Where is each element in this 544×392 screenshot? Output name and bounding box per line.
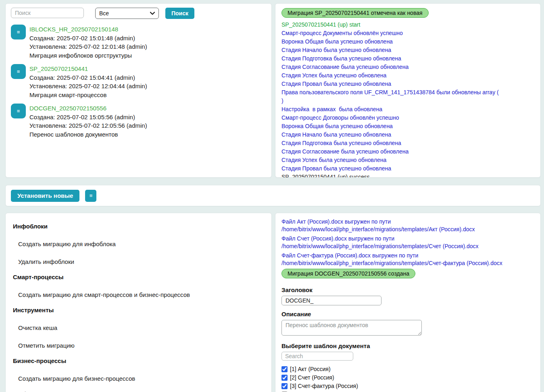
template-select-label: Выберите шаблон документа: [281, 342, 534, 349]
log-line: Права пользовательского поля UF_CRM_141_…: [281, 88, 534, 105]
log-line: Воронка Общая была успешно обновлена: [281, 37, 534, 46]
builder-form-panel: Файл Акт (Россия).docx выгружен по пути …: [275, 213, 541, 392]
menu-item[interactable]: Очистка кеша: [10, 324, 267, 331]
status-badge: Миграция SP_20250702150441 отмечена как …: [281, 8, 429, 18]
template-checkbox[interactable]: [281, 375, 288, 381]
log-line: Стадия Успех была успешно обновлена: [281, 71, 534, 80]
migration-menu-button[interactable]: ≡: [11, 25, 26, 39]
filter-select[interactable]: Все: [95, 8, 159, 19]
log-line: Стадия Согласование была успешно обновле…: [281, 63, 534, 71]
menu-section-title: Инфоблоки: [13, 223, 264, 230]
menu-item[interactable]: Удалить инфоблоки: [10, 258, 267, 265]
migration-list-item: ≡ IBLOCKS_HR_20250702150148 Создана: 202…: [11, 25, 266, 60]
migration-installed: Установлена: 2025-07-02 12:01:48 (admin): [29, 42, 147, 51]
migration-name-link[interactable]: IBLOCKS_HR_20250702150148: [29, 25, 118, 34]
migration-list: ≡ IBLOCKS_HR_20250702150148 Создана: 202…: [11, 25, 266, 139]
migration-list-panel: Все Поиск ≡ IBLOCKS_HR_20250702150148 Со…: [5, 3, 272, 178]
filter-select-wrap: Все: [95, 8, 159, 19]
migration-created: Создана: 2025-07-02 15:04:41 (admin): [29, 73, 147, 82]
log-list: SP_20250702150441 (up) start Смарт-проце…: [281, 21, 534, 178]
log-line: Стадия Успех была успешно обновлена: [281, 156, 534, 164]
template-row[interactable]: [3] Счет-фактура (Россия): [281, 383, 534, 389]
log-line: Стадия Согласование была успешно обновле…: [281, 147, 534, 156]
template-checkbox[interactable]: [281, 383, 288, 389]
log-line: Стадия Начало была успешно обновлена: [281, 131, 534, 139]
menu-section-title: Шаблоны документов: [13, 390, 264, 392]
description-label: Описание: [281, 311, 534, 317]
log-line: Смарт-процесс Документы обновлён успешно: [281, 29, 534, 37]
migration-description: Миграция смарт-процессов: [29, 91, 147, 100]
search-input[interactable]: [11, 8, 84, 18]
description-textarea[interactable]: Перенос шаблонов документов: [281, 320, 422, 336]
migration-info: SP_20250702150441 Создана: 2025-07-02 15…: [29, 64, 147, 99]
migration-created: Создана: 2025-07-02 15:01:48 (admin): [29, 34, 147, 43]
actions-toolbar: Установить новые ≡: [5, 185, 541, 206]
template-label: [2] Счет (Россия): [290, 374, 334, 381]
file-log: Файл Акт (Россия).docx выгружен по пути …: [281, 218, 534, 267]
file-log-line: Файл Счет-фактура (Россия).docx выгружен…: [281, 252, 534, 267]
log-line: Стадия Начало была успешно обновлена: [281, 46, 534, 54]
menu-icon: ≡: [17, 68, 20, 75]
menu-icon: ≡: [17, 29, 20, 35]
template-search-input[interactable]: [281, 352, 353, 361]
migration-info: IBLOCKS_HR_20250702150148 Создана: 2025-…: [29, 25, 147, 60]
log-line: Стадия Подготовка была успешно обновлена: [281, 139, 534, 147]
file-log-line: Файл Акт (Россия).docx выгружен по пути …: [281, 218, 534, 233]
template-row[interactable]: [2] Счет (Россия): [281, 374, 534, 381]
migration-search-toolbar: Все Поиск: [11, 8, 266, 19]
migration-description: Миграция инфоблоков оргструктуры: [29, 51, 147, 60]
migration-installed: Установлена: 2025-07-02 12:05:56 (admin): [29, 121, 147, 130]
menu-item[interactable]: Создать миграцию для инфоблока: [10, 241, 267, 247]
migration-list-item: ≡ SP_20250702150441 Создана: 2025-07-02 …: [11, 64, 266, 99]
log-line: Воронка Общая была успешно обновлена: [281, 122, 534, 131]
log-line: SP_20250702150441 (up) success: [281, 173, 534, 178]
migration-log-panel: Миграция SP_20250702150441 отмечена как …: [275, 3, 541, 178]
migration-menu-button[interactable]: ≡: [11, 104, 26, 118]
log-line: Стадия Провал была успешно обновлена: [281, 80, 534, 88]
template-checkbox-list: [1] Акт (Россия) [2] Счет (Россия) [3] С…: [281, 366, 534, 392]
migration-name-link[interactable]: DOCGEN_20250702150556: [29, 104, 106, 113]
template-row[interactable]: [1] Акт (Россия): [281, 366, 534, 372]
log-line: Смарт-процесс Договоры обновлён успешно: [281, 114, 534, 122]
migration-created: Создана: 2025-07-02 15:05:56 (admin): [29, 113, 147, 122]
toolbar-menu-button[interactable]: ≡: [85, 190, 96, 202]
log-line: Настройка в рамках была обновлена: [281, 105, 534, 114]
file-log-line: Файл Счет (Россия).docx выгружен по пути…: [281, 235, 534, 250]
search-button[interactable]: Поиск: [165, 8, 194, 19]
migration-menu-button[interactable]: ≡: [11, 64, 26, 79]
menu-item[interactable]: Создать миграцию для смарт-процессов и б…: [10, 291, 267, 298]
migration-installed: Установлена: 2025-07-02 12:04:44 (admin): [29, 82, 147, 91]
install-new-button[interactable]: Установить новые: [11, 190, 79, 202]
menu-section-title: Инструменты: [13, 307, 264, 313]
migration-description: Перенос шаблонов документов: [29, 130, 147, 139]
menu-section-title: Смарт-процессы: [13, 274, 264, 280]
title-label: Заголовок: [281, 286, 534, 293]
menu-section-title: Бизнес-процессы: [13, 357, 264, 364]
created-badge: Миграция DOCGEN_20250702150556 создана: [281, 269, 415, 278]
template-label: [1] Акт (Россия): [290, 366, 331, 372]
template-label: [3] Счет-фактура (Россия): [290, 383, 358, 389]
log-line: Стадия Провал была успешно обновлена: [281, 164, 534, 173]
log-line: Стадия Подготовка была успешно обновлена: [281, 54, 534, 63]
menu-item[interactable]: Создать миграцию для бизнес-процессов: [10, 375, 267, 382]
migration-list-item: ≡ DOCGEN_20250702150556 Создана: 2025-07…: [11, 104, 266, 139]
migration-info: DOCGEN_20250702150556 Создана: 2025-07-0…: [29, 104, 147, 139]
title-input[interactable]: [281, 296, 381, 305]
migration-name-link[interactable]: SP_20250702150441: [29, 64, 88, 73]
log-line: SP_20250702150441 (up) start: [281, 21, 534, 29]
template-checkbox[interactable]: [281, 366, 288, 372]
migrations-admin-page: Все Поиск ≡ IBLOCKS_HR_20250702150148 Со…: [0, 0, 544, 392]
builders-menu-panel: Инфоблоки Создать миграцию для инфоблока…: [5, 213, 272, 392]
menu-item[interactable]: Отметить миграцию: [10, 342, 267, 349]
menu-icon: ≡: [90, 193, 93, 199]
menu-icon: ≡: [17, 108, 20, 114]
